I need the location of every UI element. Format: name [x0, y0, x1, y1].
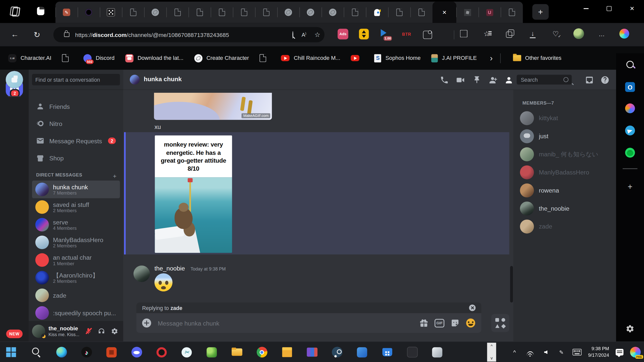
downloads-icon[interactable]: ↓	[527, 28, 538, 39]
tab-workspaces-icon[interactable]	[10, 7, 20, 16]
split-screen-icon[interactable]	[458, 28, 469, 39]
bookmark-item[interactable]: J.AI PROFILE	[431, 54, 477, 62]
browser-tab[interactable]	[211, 2, 233, 23]
favorites-icon[interactable]: ☆	[481, 28, 492, 39]
taskbar-app-icon[interactable]	[256, 347, 267, 358]
member-row[interactable]: kittykat ♛	[517, 109, 614, 127]
message-author-avatar[interactable]	[134, 265, 150, 282]
sidebar-outlook-button[interactable]: O	[625, 82, 635, 92]
taskbar-app-icon[interactable]	[281, 347, 292, 358]
browser-tab[interactable]	[344, 2, 366, 23]
bookmark-item[interactable]: 502 Discord	[84, 54, 115, 62]
video-caption[interactable]: monkey review: very energetic. He has a …	[155, 135, 232, 177]
dm-list-item[interactable]: serve 4 Members	[32, 216, 120, 234]
sidebar-spotify-button[interactable]	[625, 147, 635, 158]
gif-attachment-partial[interactable]: MakeAGIF.com	[154, 93, 272, 120]
channel-title[interactable]: hunka chunk	[144, 75, 182, 82]
browser-tab[interactable]	[456, 2, 478, 23]
bookmark-item[interactable]: Chill Raincode M...	[281, 55, 340, 61]
mic-mute-button[interactable]	[83, 326, 94, 336]
user-info[interactable]: the_noobie Kiss me. Kiss...	[49, 326, 80, 337]
browser-tab[interactable]	[366, 2, 388, 23]
taskbar-app-icon[interactable]	[31, 347, 42, 358]
dm-list-item[interactable]: hunka chunk 7 Members	[32, 180, 120, 198]
member-row[interactable]: zade ♛	[517, 217, 614, 236]
member-row[interactable]: the_noobie ♛ Kiss me. Kiss me with your …	[517, 199, 614, 217]
address-bar[interactable]: https://discord.com/channels/@me/1086708…	[53, 27, 325, 42]
browser-tab[interactable]	[255, 2, 277, 23]
gift-button[interactable]	[419, 318, 429, 328]
server-icon[interactable]	[0, 70, 29, 89]
inbox-button[interactable]	[585, 75, 594, 84]
monkey-video-attachment[interactable]	[155, 177, 232, 253]
member-row[interactable]: rowena ♛ 🙈 my neighbor charlie just b...	[517, 182, 614, 200]
browser-tab[interactable]: ✎	[55, 2, 77, 23]
refresh-button[interactable]: ↻	[31, 29, 43, 40]
bookmark-item[interactable]: Create Character	[194, 54, 249, 62]
taskbar-scroll-strip[interactable]: ^v	[487, 343, 496, 361]
message-input[interactable]	[157, 319, 413, 327]
search-input[interactable]	[520, 76, 564, 83]
bookmark-item[interactable]: c.ai Character.AI	[8, 54, 52, 62]
betterttv-extension-icon[interactable]: BTR	[401, 28, 412, 40]
browser-tab[interactable]	[144, 2, 166, 23]
chat-scrollbar-thumb[interactable]	[510, 266, 513, 302]
other-favorites-folder[interactable]: Other favorites	[513, 55, 561, 61]
taskbar-clock[interactable]: 9:38 PM 9/17/2024	[588, 346, 609, 358]
sidebar-item-shop[interactable]: Shop	[32, 150, 120, 166]
sidebar-search-button[interactable]	[625, 59, 635, 70]
group-avatar[interactable]	[130, 75, 140, 84]
bookmark-item[interactable]	[351, 55, 364, 61]
browser-tab[interactable]	[233, 2, 255, 23]
taskbar-app-icon[interactable]	[407, 347, 418, 358]
taskbar-app-icon[interactable]	[382, 347, 393, 358]
browser-tab[interactable]	[410, 2, 432, 23]
browser-tab[interactable]	[299, 2, 321, 23]
server-avatar[interactable]	[6, 71, 23, 88]
back-button[interactable]: ←	[9, 29, 21, 40]
bookmark-item[interactable]: S Sophos Home	[374, 54, 421, 62]
dm-list-item[interactable]: zade	[32, 287, 120, 304]
find-conversation-button[interactable]: Find or start a conversation	[32, 74, 120, 85]
sticker-picker-button[interactable]	[450, 318, 460, 328]
taskbar-app-icon[interactable]	[206, 347, 217, 358]
dm-list-item[interactable]: an actual char 1 Member	[32, 251, 120, 269]
zoom-icon[interactable]	[293, 31, 293, 38]
dm-header[interactable]: DIRECT MESSAGES +	[36, 172, 117, 179]
dm-list-item[interactable]: ManlyBadassHero 2 Members	[32, 234, 120, 251]
notifications-icon[interactable]	[616, 349, 623, 355]
member-row[interactable]: ManlyBadassHero ♛	[517, 163, 614, 182]
user-settings-button[interactable]	[109, 326, 120, 336]
copilot-icon[interactable]	[619, 29, 629, 38]
taskbar-app-icon[interactable]	[231, 347, 242, 358]
user-avatar[interactable]	[32, 325, 45, 338]
wifi-icon[interactable]	[526, 348, 535, 357]
pinned-messages-button[interactable]	[472, 75, 481, 84]
apps-button[interactable]	[491, 314, 509, 332]
taskbar-app-icon[interactable]	[81, 347, 92, 358]
deafen-button[interactable]	[96, 326, 107, 336]
vertical-tabs-icon[interactable]	[36, 7, 46, 16]
taskbar-app-icon[interactable]	[56, 347, 67, 358]
more-menu-icon[interactable]: …	[596, 28, 607, 39]
dm-list-item[interactable]: saved ai stuff 2 Members	[32, 198, 120, 216]
browser-tab[interactable]	[188, 2, 211, 23]
help-button[interactable]	[600, 75, 610, 84]
cancel-reply-button[interactable]	[469, 304, 475, 311]
taskbar-app-icon[interactable]	[306, 347, 317, 358]
member-row[interactable]: manib_ 何も知らない ♛	[517, 145, 614, 163]
browser-tab[interactable]: U	[478, 2, 501, 23]
browser-essentials-icon[interactable]: ♡✓	[550, 28, 561, 39]
profile-avatar[interactable]	[573, 28, 584, 39]
pen-icon[interactable]: ✎	[557, 348, 566, 357]
taskbar-app-icon[interactable]	[6, 347, 17, 358]
new-badge[interactable]: NEW	[6, 330, 22, 338]
search-box[interactable]	[517, 75, 572, 84]
browser-tab[interactable]	[388, 2, 410, 23]
sidebar-add-button[interactable]: +	[625, 182, 635, 192]
bookmark-item[interactable]: Download the lat...	[125, 54, 184, 62]
browser-tab[interactable]	[122, 2, 144, 23]
taskbar-app-icon[interactable]	[106, 347, 117, 358]
upload-attachment-button[interactable]	[142, 319, 151, 328]
message-text[interactable]: xu	[154, 123, 161, 130]
